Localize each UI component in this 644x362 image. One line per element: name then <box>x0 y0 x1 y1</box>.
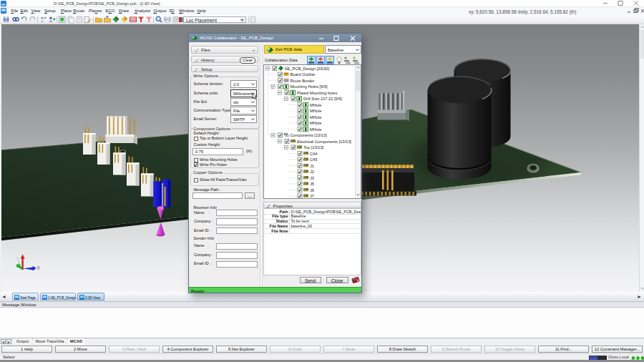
svg-text:Z: Z <box>21 249 24 254</box>
svg-text:J1: J1 <box>310 163 314 167</box>
svg-text:Board Outline: Board Outline <box>290 72 315 77</box>
svg-text:MHole: MHole <box>310 109 321 113</box>
svg-text:Top [13/13]: Top [13/13] <box>303 145 324 150</box>
svg-text:SE_PCB_Design [20/20]: SE_PCB_Design [20/20] <box>284 66 329 70</box>
svg-text:Drill Size 217.22 [5/5]: Drill Size 217.22 [5/5] <box>303 97 342 101</box>
svg-text:X: X <box>37 265 41 270</box>
svg-text:Electrical Components [13/13]: Electrical Components [13/13] <box>297 139 351 143</box>
svg-text:MHole: MHole <box>310 102 321 107</box>
svg-text:Components [13/13]: Components [13/13] <box>290 133 327 137</box>
svg-text:Route Border: Route Border <box>290 78 314 82</box>
svg-text:J5: J5 <box>310 182 314 186</box>
svg-text:Mounting Holes [5/5]: Mounting Holes [5/5] <box>290 84 328 89</box>
svg-text:J3: J3 <box>310 175 314 180</box>
svg-text:Plated Mounting holes: Plated Mounting holes <box>297 90 337 94</box>
svg-text:J6: J6 <box>310 187 314 192</box>
svg-text:J2: J2 <box>310 170 314 174</box>
svg-text:J7: J7 <box>310 194 314 198</box>
svg-text:C44: C44 <box>310 151 317 155</box>
svg-text:MHole: MHole <box>310 121 321 125</box>
svg-text:MHole: MHole <box>310 127 321 131</box>
svg-text:C45: C45 <box>310 157 317 162</box>
svg-text:MHole: MHole <box>310 114 321 119</box>
